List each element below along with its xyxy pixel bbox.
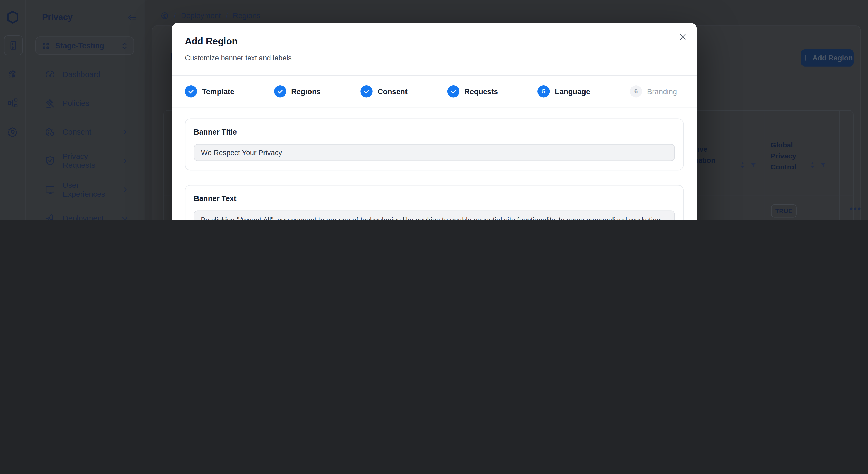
workspace-selector[interactable]: Stage-Testing [35, 36, 134, 55]
breadcrumb-deployment[interactable]: Deployment [181, 11, 221, 20]
step-check-icon [447, 85, 459, 97]
sidebar-header: Privacy [26, 8, 144, 27]
app-title: Privacy [42, 12, 73, 22]
step-language[interactable]: 5 Language [538, 85, 590, 97]
subnav-indent-line [65, 170, 65, 220]
sidebar-item-privacy-requests[interactable]: Privacy Requests [34, 150, 136, 171]
sort-icon [740, 162, 746, 169]
modal-title: Add Region [185, 36, 238, 47]
filter-icon [750, 162, 757, 168]
add-region-modal: Add Region Customize banner text and lab… [172, 23, 697, 220]
monitor-icon [45, 184, 56, 195]
step-requests[interactable]: Requests [447, 85, 498, 97]
add-region-button[interactable]: Add Region [801, 49, 854, 66]
chevron-updown-icon [121, 42, 128, 50]
breadcrumb-regions[interactable]: Regions [233, 11, 260, 20]
step-template[interactable]: Template [185, 85, 234, 97]
filter-icon [820, 162, 827, 168]
chevron-down-icon [121, 215, 128, 220]
fingerprint-icon[interactable] [0, 69, 25, 80]
gear-icon[interactable] [0, 126, 25, 137]
rocket-icon [45, 213, 56, 220]
chevron-right-icon [121, 186, 128, 193]
breadcrumb: / Deployment / Regions [160, 11, 260, 20]
workspace-name: Stage-Testing [56, 41, 116, 50]
step-number: 5 [538, 85, 550, 97]
chevron-right-icon [121, 128, 128, 135]
modal-body: Banner Title Banner Text By clicking "Ac… [172, 107, 697, 220]
modal-stepper: Template Regions Consent Requests 5 Lang… [172, 75, 697, 107]
sidebar-item-consent[interactable]: Consent [34, 121, 136, 143]
building-icon[interactable] [4, 35, 23, 56]
concord-logo-icon[interactable] [0, 10, 25, 24]
sidebar-item-user-experiences[interactable]: User Experiences [34, 178, 136, 200]
close-icon[interactable] [676, 31, 688, 43]
row-actions-menu[interactable]: ••• [850, 204, 862, 213]
field-label: Banner Title [194, 128, 675, 136]
icon-rail: 38 TA [0, 0, 26, 220]
gauge-icon [45, 69, 56, 80]
banner-title-input[interactable] [194, 144, 675, 161]
plus-icon [802, 54, 809, 61]
sidebar-item-dashboard[interactable]: Dashboard [34, 63, 136, 85]
sidebar-item-deployment[interactable]: Deployment [34, 207, 136, 220]
step-check-icon [274, 85, 286, 97]
step-branding[interactable]: 6 Branding [630, 85, 677, 97]
step-consent[interactable]: Consent [360, 85, 407, 97]
step-number: 6 [630, 85, 642, 97]
banner-title-card: Banner Title [185, 118, 684, 170]
cookie-icon [45, 127, 56, 137]
column-header-global-privacy-control[interactable]: Global Privacy Control [771, 139, 809, 173]
gavel-icon [45, 98, 56, 108]
sidebar-item-policies[interactable]: Policies [34, 92, 136, 114]
app-root: 38 TA Privacy Stage-Testing Dashboard Po… [0, 0, 868, 220]
modal-subtitle: Customize banner text and labels. [185, 54, 294, 62]
step-regions[interactable]: Regions [274, 85, 321, 97]
sidebar: Privacy Stage-Testing Dashboard Policies… [26, 0, 144, 220]
step-check-icon [360, 85, 372, 97]
banner-text-card: Banner Text By clicking "Accept All", yo… [185, 185, 684, 220]
shield-check-icon [45, 155, 56, 166]
sort-icon [809, 162, 815, 169]
step-check-icon [185, 85, 197, 97]
sidebar-collapse-icon[interactable] [127, 12, 137, 23]
banner-text-textarea[interactable]: By clicking "Accept All", you consent to… [194, 210, 675, 220]
field-label: Banner Text [194, 194, 675, 202]
chevron-right-icon [121, 157, 128, 164]
gpc-true-badge: TRUE [771, 204, 797, 218]
org-chart-icon[interactable] [0, 98, 25, 108]
fingerprint-icon [160, 11, 169, 20]
